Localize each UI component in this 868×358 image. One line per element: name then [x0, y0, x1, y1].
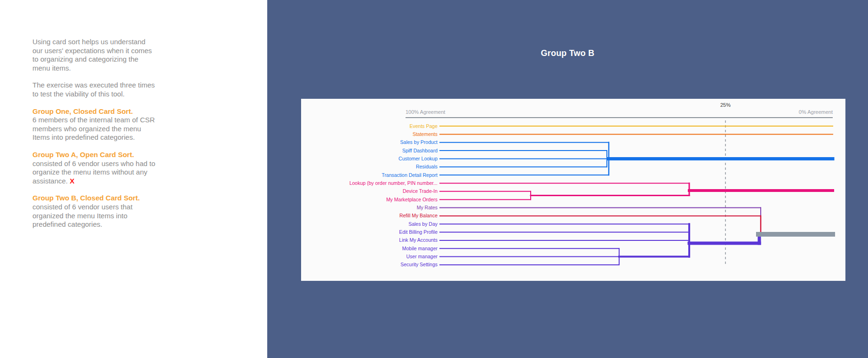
intro-paragraph-1: Using card sort helps us understand our …: [32, 38, 188, 72]
section-heading-group-one: Group One, Closed Card Sort.: [32, 107, 188, 116]
section-body-group-two-a: consisted of 6 vendor users who had to o…: [32, 159, 188, 186]
item-label: Device Trade-In: [403, 188, 438, 194]
item-label: Spiff Dashboard: [402, 148, 438, 153]
item-label: Edit Billing Profile: [399, 229, 438, 235]
item-label: Customer Lookup: [398, 156, 438, 161]
section-body-text: consisted of 6 vendor users who had to o…: [32, 159, 155, 185]
item-label: Link My Accounts: [399, 237, 438, 243]
notes-panel: Using card sort helps us understand our …: [32, 38, 188, 238]
item-label: Sales by Day: [408, 221, 438, 227]
item-label: User manager: [406, 254, 438, 259]
item-label: Mobile manager: [402, 246, 438, 251]
section-group-two-a: Group Two A, Open Card Sort. consisted o…: [32, 151, 188, 185]
section-body-group-one: 6 members of the internal team of CSR me…: [32, 116, 188, 142]
item-label: Lookup (by order number, PIN number...: [350, 180, 438, 186]
section-heading-group-two-b: Group Two B, Closed Card Sort.: [32, 194, 188, 203]
item-label: My Rates: [417, 205, 438, 210]
axis-label-0-agreement: 0% Agreement: [799, 109, 833, 115]
axis-label-100-agreement: 100% Agreement: [406, 109, 445, 115]
item-label: Events Page: [409, 123, 438, 129]
intro-paragraph-2: The exercise was executed three times to…: [32, 81, 188, 98]
axis-marker-label: 25%: [720, 102, 731, 108]
slide-panel: Group Two B 100% Agreement0% Agreement25…: [267, 0, 868, 358]
item-label: Transaction Detail Report: [382, 172, 438, 178]
x-mark: X: [70, 177, 74, 185]
dendrogram-card: 100% Agreement0% Agreement25%Events Page…: [301, 99, 845, 281]
section-body-group-two-b: consisted of 6 vendor users that organiz…: [32, 203, 188, 229]
item-label: Sales by Product: [400, 139, 438, 145]
item-label: Statements: [413, 131, 438, 137]
dendrogram-svg: 100% Agreement0% Agreement25%Events Page…: [301, 99, 845, 281]
section-group-one: Group One, Closed Card Sort. 6 members o…: [32, 107, 188, 142]
item-label: My Marketplace Orders: [386, 197, 438, 202]
item-label: Residuals: [416, 164, 438, 169]
slide-page: Using card sort helps us understand our …: [0, 0, 868, 358]
item-label: Security Settings: [400, 262, 438, 267]
section-heading-group-two-a: Group Two A, Open Card Sort.: [32, 151, 188, 159]
slide-title: Group Two B: [267, 48, 868, 58]
item-label: Refill My Balance: [399, 213, 438, 218]
section-group-two-b: Group Two B, Closed Card Sort. consisted…: [32, 194, 188, 229]
